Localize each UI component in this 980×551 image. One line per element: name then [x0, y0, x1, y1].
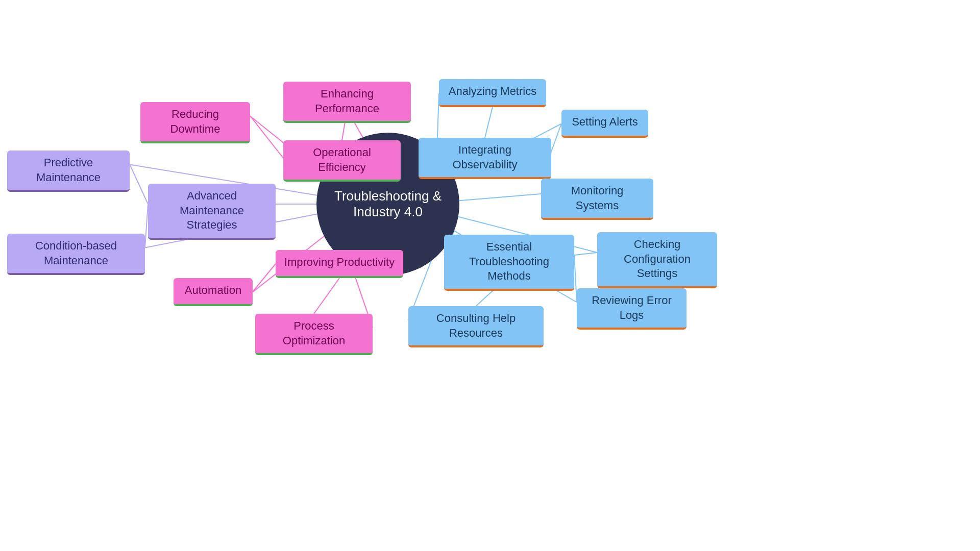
consulting_help-node[interactable]: Consulting Help Resources [408, 306, 544, 347]
improving_productivity-node[interactable]: Improving Productivity [276, 250, 403, 278]
reviewing_error_logs-node[interactable]: Reviewing Error Logs [577, 288, 687, 330]
automation-node[interactable]: Automation [174, 278, 253, 306]
reducing_downtime-node[interactable]: Reducing Downtime [140, 102, 250, 143]
checking_config-node[interactable]: Checking Configuration Settings [597, 232, 717, 288]
integrating_observability-node[interactable]: Integrating Observability [419, 138, 551, 179]
condition_based-node[interactable]: Condition-based Maintenance [7, 234, 145, 275]
monitoring_systems-line [459, 194, 541, 201]
setting_alerts-node[interactable]: Setting Alerts [561, 110, 648, 138]
advanced_maintenance-node[interactable]: Advanced Maintenance Strategies [148, 184, 276, 240]
enhancing_performance-node[interactable]: Enhancing Performance [283, 82, 411, 123]
essential_troubleshooting-node[interactable]: Essential Troubleshooting Methods [444, 235, 574, 291]
operational_efficiency-node[interactable]: Operational Efficiency [283, 140, 401, 182]
center-label: Troubleshooting & Industry 4.0 [316, 188, 459, 220]
monitoring_systems-node[interactable]: Monitoring Systems [541, 179, 653, 220]
process_optimization-node[interactable]: Process Optimization [255, 314, 373, 355]
analyzing_metrics-node[interactable]: Analyzing Metrics [439, 79, 546, 107]
predictive_maintenance-node[interactable]: Predictive Maintenance [7, 151, 130, 192]
